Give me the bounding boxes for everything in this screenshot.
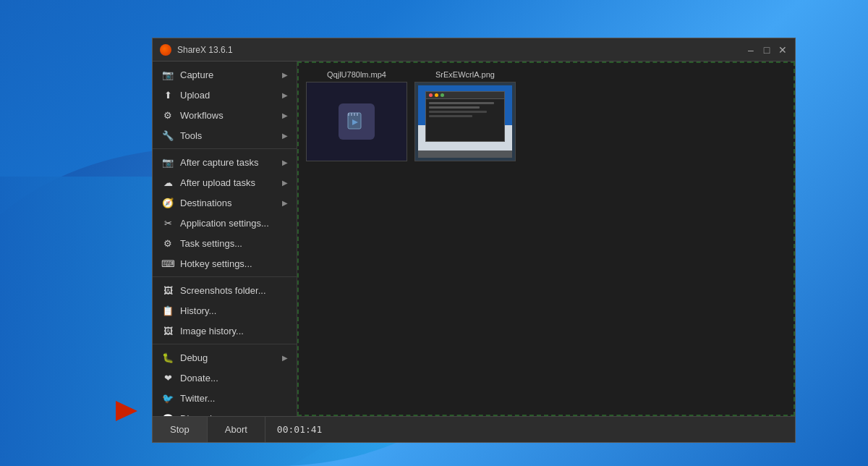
hotkey-settings-icon: ⌨ [161, 257, 174, 270]
menu-item-discord[interactable]: 💬 Discord... [153, 408, 297, 416]
menu-label-donate: Donate... [180, 373, 288, 384]
image-history-icon: 🖼 [161, 324, 174, 337]
menu-label-after-capture: After capture tasks [180, 157, 282, 168]
menu-item-tools[interactable]: 🔧 Tools ▶ [153, 125, 297, 145]
submenu-arrow-after-capture: ▶ [282, 158, 288, 166]
menu-label-upload: Upload [180, 90, 282, 101]
menu-item-donate[interactable]: ❤ Donate... [153, 368, 297, 388]
discord-icon: 💬 [161, 412, 174, 416]
destinations-icon: 🧭 [161, 196, 174, 209]
menu-label-image-history: Image history... [180, 326, 288, 336]
submenu-arrow-debug: ▶ [282, 354, 288, 362]
donate-icon: ❤ [161, 371, 174, 384]
menu-label-after-upload: After upload tasks [180, 177, 282, 188]
menu-item-screenshots-folder[interactable]: 🖼 Screenshots folder... [153, 280, 297, 300]
capture-icon: 📷 [161, 68, 174, 81]
submenu-arrow-capture: ▶ [282, 71, 288, 79]
content-area: QqjlU780lm.mp4 SrExEWcrlA.png [297, 62, 795, 416]
menu-label-twitter: Twitter... [180, 393, 288, 404]
file-item-video1[interactable]: QqjlU780lm.mp4 [306, 70, 407, 161]
menu-item-app-settings[interactable]: ✂ Application settings... [153, 213, 297, 233]
menu-separator [153, 276, 297, 277]
menu-label-history: History... [180, 305, 288, 316]
pointer-arrow [116, 401, 159, 421]
bottom-bar: Stop Abort 00:01:41 [153, 416, 795, 442]
tools-icon: 🔧 [161, 129, 174, 142]
restore-button[interactable]: □ [762, 45, 772, 55]
menu-label-tools: Tools [180, 130, 282, 141]
task-settings-icon: ⚙ [161, 237, 174, 250]
menu-item-history[interactable]: 📋 History... [153, 300, 297, 321]
upload-icon: ⬆ [161, 88, 174, 101]
app-icon [160, 44, 171, 56]
menu-label-destinations: Destinations [180, 198, 282, 208]
menu-label-task-settings: Task settings... [180, 238, 288, 249]
menu-label-screenshots-folder: Screenshots folder... [180, 285, 288, 296]
main-area: 📷 Capture ▶ ⬆ Upload ▶ ⚙ Workflows ▶ 🔧 T… [153, 62, 795, 416]
menu-separator [153, 148, 297, 149]
menu-item-upload[interactable]: ⬆ Upload ▶ [153, 85, 297, 105]
menu-item-hotkey-settings[interactable]: ⌨ Hotkey settings... [153, 253, 297, 274]
file-label-image1: SrExEWcrlA.png [435, 70, 495, 79]
window-controls: – □ ✕ [746, 45, 788, 55]
file-label-video1: QqjlU780lm.mp4 [327, 70, 386, 79]
menu-item-twitter[interactable]: 🐦 Twitter... [153, 388, 297, 408]
window-title: ShareX 13.6.1 [177, 45, 746, 55]
sharex-window: ShareX 13.6.1 – □ ✕ 📷 Capture ▶ ⬆ Upload… [152, 38, 796, 443]
after-capture-icon: 📷 [161, 156, 174, 169]
menu-item-destinations[interactable]: 🧭 Destinations ▶ [153, 192, 297, 213]
submenu-arrow-upload: ▶ [282, 91, 288, 99]
menu-panel: 📷 Capture ▶ ⬆ Upload ▶ ⚙ Workflows ▶ 🔧 T… [153, 62, 297, 416]
menu-label-app-settings: Application settings... [180, 218, 288, 229]
menu-item-debug[interactable]: 🐛 Debug ▶ [153, 347, 297, 368]
screenshot-preview [418, 85, 512, 158]
video-play-icon [339, 103, 375, 140]
title-bar: ShareX 13.6.1 – □ ✕ [153, 38, 795, 62]
minimize-button[interactable]: – [746, 45, 756, 55]
close-button[interactable]: ✕ [778, 45, 788, 55]
submenu-arrow-workflows: ▶ [282, 111, 288, 119]
abort-button[interactable]: Abort [208, 417, 265, 442]
submenu-arrow-after-upload: ▶ [282, 179, 288, 187]
submenu-arrow-tools: ▶ [282, 132, 288, 140]
menu-label-discord: Discord... [180, 413, 288, 417]
debug-icon: 🐛 [161, 351, 174, 364]
menu-separator [153, 344, 297, 344]
menu-label-debug: Debug [180, 352, 282, 363]
history-icon: 📋 [161, 304, 174, 317]
menu-label-hotkey-settings: Hotkey settings... [180, 258, 288, 269]
screenshots-folder-icon: 🖼 [161, 284, 174, 297]
stop-button[interactable]: Stop [153, 417, 208, 442]
menu-label-workflows: Workflows [180, 110, 282, 121]
menu-item-image-history[interactable]: 🖼 Image history... [153, 321, 297, 341]
file-item-image1[interactable]: SrExEWcrlA.png [414, 70, 516, 161]
menu-item-after-capture[interactable]: 📷 After capture tasks ▶ [153, 152, 297, 172]
menu-item-workflows[interactable]: ⚙ Workflows ▶ [153, 105, 297, 125]
after-upload-icon: ☁ [161, 176, 174, 189]
workflows-icon: ⚙ [161, 109, 174, 122]
image-thumbnail [414, 82, 516, 161]
menu-label-capture: Capture [180, 69, 282, 80]
timer-display: 00:01:41 [265, 424, 334, 435]
menu-item-capture[interactable]: 📷 Capture ▶ [153, 64, 297, 85]
submenu-arrow-destinations: ▶ [282, 199, 288, 207]
menu-item-task-settings[interactable]: ⚙ Task settings... [153, 233, 297, 253]
video-thumbnail [306, 82, 407, 161]
app-settings-icon: ✂ [161, 216, 174, 229]
twitter-icon: 🐦 [161, 391, 174, 404]
menu-item-after-upload[interactable]: ☁ After upload tasks ▶ [153, 172, 297, 192]
